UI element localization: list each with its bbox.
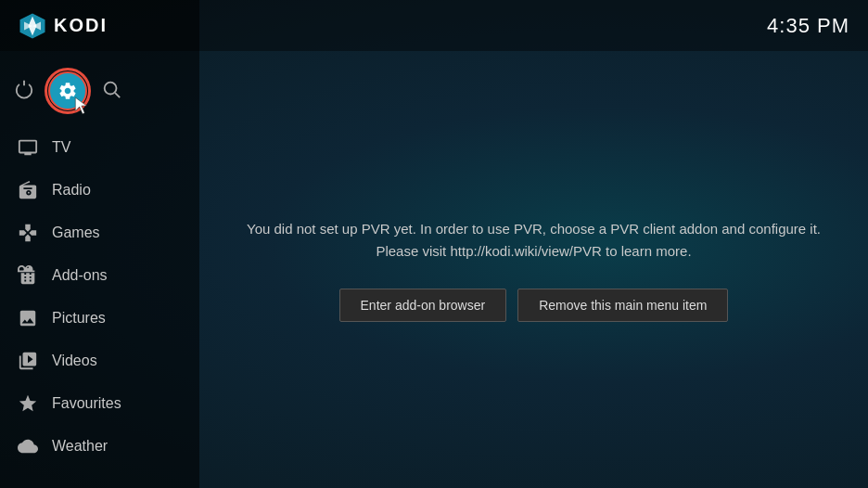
sidebar-item-pictures[interactable]: Pictures [0, 297, 199, 340]
action-buttons: Enter add-on browser Remove this main me… [247, 289, 822, 322]
svg-marker-4 [75, 97, 86, 114]
logo-area: KODI [19, 12, 218, 40]
sidebar-item-favourites[interactable]: Favourites [0, 382, 199, 425]
kodi-logo-icon [19, 12, 46, 40]
sidebar-item-tv[interactable]: TV [0, 126, 199, 169]
radio-icon [17, 179, 39, 201]
pvr-content-box: You did not set up PVR yet. In order to … [228, 199, 840, 340]
videos-icon [17, 350, 39, 372]
pvr-message: You did not set up PVR yet. In order to … [247, 218, 822, 263]
sidebar-item-videos[interactable]: Videos [0, 340, 199, 382]
sidebar-item-addons[interactable]: Add-ons [0, 254, 199, 297]
sidebar-item-weather-label: Weather [52, 438, 108, 455]
sidebar-item-games-label: Games [52, 225, 100, 241]
sidebar-icon-row [0, 60, 199, 122]
addons-icon [17, 264, 39, 287]
sidebar-item-tv-label: TV [52, 139, 70, 156]
sidebar-item-radio-label: Radio [52, 182, 91, 199]
sidebar-item-weather[interactable]: Weather [0, 425, 199, 468]
sidebar-item-favourites-label: Favourites [52, 395, 121, 412]
svg-point-5 [105, 82, 117, 94]
weather-icon [17, 435, 39, 457]
enter-addon-browser-button[interactable]: Enter add-on browser [339, 289, 507, 322]
pictures-icon [17, 307, 39, 329]
tv-icon [17, 136, 39, 159]
sidebar-item-videos-label: Videos [52, 353, 97, 369]
sidebar-item-pictures-label: Pictures [52, 310, 106, 327]
settings-button[interactable] [48, 71, 87, 110]
clock: 4:35 PM [767, 14, 849, 38]
power-icon[interactable] [14, 79, 34, 104]
sidebar-item-radio[interactable]: Radio [0, 169, 199, 212]
favourites-icon [17, 392, 39, 415]
nav-menu: TV Radio Games Add-ons Pictures [0, 126, 199, 468]
app-title: KODI [54, 15, 108, 36]
games-icon [17, 222, 39, 244]
search-icon[interactable] [101, 79, 121, 104]
main-content: You did not set up PVR yet. In order to … [199, 51, 868, 488]
cursor-icon [72, 96, 93, 116]
svg-line-6 [115, 93, 120, 97]
sidebar-item-addons-label: Add-ons [52, 267, 108, 284]
remove-menu-item-button[interactable]: Remove this main menu item [517, 289, 728, 322]
sidebar-item-games[interactable]: Games [0, 212, 199, 254]
header: KODI 4:35 PM [0, 0, 868, 51]
sidebar: TV Radio Games Add-ons Pictures [0, 0, 199, 488]
